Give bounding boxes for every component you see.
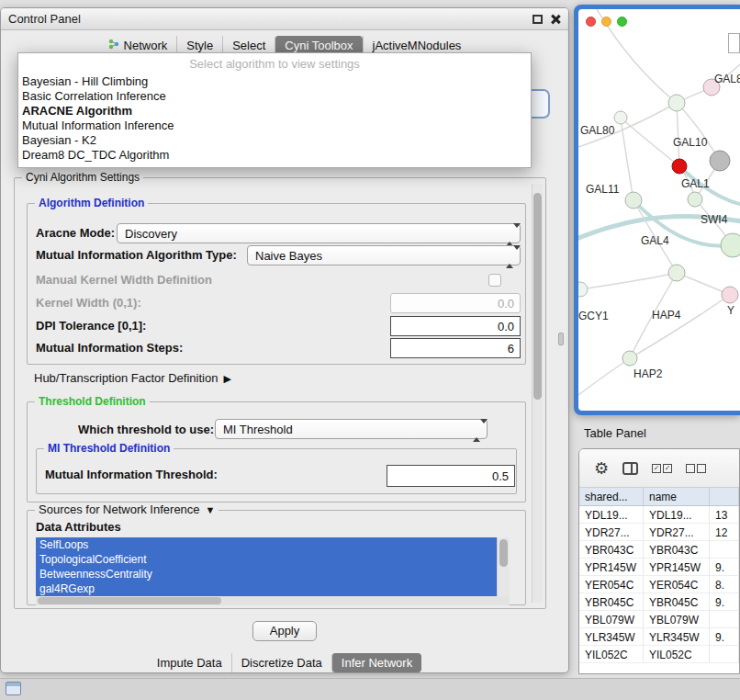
svg-text:HAP2: HAP2 [633, 367, 663, 380]
svg-text:GAL80: GAL80 [580, 124, 615, 137]
bottom-tab-discretize-data[interactable]: Discretize Data [231, 653, 331, 672]
svg-text:Y: Y [727, 304, 734, 317]
settings-scrollbar[interactable] [532, 184, 543, 603]
which-threshold-label: Which threshold to use: [78, 423, 214, 436]
attribute-item[interactable]: SelfLoops [36, 537, 497, 552]
apply-button[interactable]: Apply [252, 621, 317, 641]
table-panel-window: ⚙ ✓ ✓ shared...name YDL19...YDL19...13YD… [578, 448, 740, 674]
bottom-tab-bar: Impute DataDiscretize DataInfer Network [1, 651, 568, 673]
table-cell: YBL079W [644, 611, 710, 627]
table-header-row: shared...name [579, 488, 739, 506]
mi-type-select[interactable]: Naive Bayes [247, 245, 521, 265]
tab-label: Select [232, 39, 265, 52]
attribute-item[interactable]: gal4RGexp [36, 581, 497, 596]
table-cell: YDL19... [644, 506, 710, 523]
kernel-width-input[interactable]: 0.0 [390, 293, 521, 313]
tab-label: Style [186, 39, 213, 52]
algorithm-option[interactable]: Dream8 DC_TDC Algorithm [18, 148, 531, 163]
sources-group-toggle[interactable]: Sources for Network Inference▼ [35, 503, 219, 516]
minimized-panel-icon[interactable] [6, 682, 21, 695]
network-canvas[interactable]: GAL8GAL80GAL10GAL11GAL1SWI4GAL4GCY1HAP4Y… [578, 9, 740, 411]
close-icon[interactable] [550, 14, 561, 25]
table-row[interactable]: YIL052CYIL052C [579, 646, 739, 663]
algorithm-option[interactable]: ARACNE Algorithm [18, 104, 531, 119]
algorithm-option[interactable]: Mutual Information Inference [18, 119, 531, 133]
unselect-all-columns-icon[interactable] [686, 464, 706, 473]
table-cell: YDR27... [644, 524, 710, 540]
combo-arrows-icon [506, 228, 515, 241]
window-title: Control Panel [8, 12, 81, 26]
attribute-list-scrollbar-thumb[interactable] [499, 539, 508, 567]
svg-text:GAL1: GAL1 [681, 177, 710, 190]
mi-threshold-label: Mutual Information Threshold: [45, 468, 218, 481]
algorithm-option[interactable]: Basic Correlation Inference [18, 89, 531, 104]
bottom-tab-infer-network[interactable]: Infer Network [331, 653, 421, 672]
table-cell: YDL19... [579, 506, 644, 523]
aracne-mode-value: Discovery [125, 227, 177, 241]
svg-text:GAL10: GAL10 [673, 136, 708, 149]
mi-type-label: Mutual Information Algorithm Type: [36, 248, 237, 262]
table-row[interactable]: YBL079WYBL079W [579, 611, 739, 628]
aracne-mode-label: Aracne Mode: [36, 226, 115, 240]
table-cell: 12 [710, 524, 739, 540]
algorithm-option[interactable]: Bayesian - K2 [18, 133, 531, 148]
mi-type-value: Naive Bayes [255, 249, 322, 263]
control-panel-titlebar[interactable]: Control Panel [1, 8, 568, 30]
mi-steps-label: Mutual Information Steps: [36, 341, 183, 355]
manual-kernel-checkbox[interactable] [488, 274, 501, 287]
column-header[interactable]: name [644, 488, 710, 505]
column-header[interactable]: shared... [579, 488, 644, 505]
collapsed-arrow-icon: ▶ [223, 373, 230, 384]
float-window-icon[interactable] [533, 15, 543, 24]
zoom-traffic-light-icon[interactable] [617, 17, 627, 27]
attribute-list-scrollbar[interactable] [497, 537, 510, 596]
table-cell: YBR043C [579, 541, 644, 558]
table-row[interactable]: YDL19...YDL19...13 [579, 506, 739, 524]
table-row[interactable]: YPR145WYPR145W9. [579, 559, 739, 576]
table-row[interactable]: YDR27...YDR27...12 [579, 524, 739, 541]
kernel-width-value: 0.0 [498, 297, 514, 310]
close-traffic-light-icon[interactable] [586, 17, 596, 27]
algorithm-popup-list: Bayesian - Hill ClimbingBasic Correlatio… [18, 74, 531, 163]
attribute-list-hscrollbar[interactable] [36, 596, 510, 605]
checked-box-icon: ✓ [652, 464, 661, 473]
table-cell: YIL052C [579, 646, 644, 662]
column-header[interactable] [710, 488, 739, 505]
gear-icon[interactable]: ⚙ [594, 460, 609, 477]
hub-section-label: Hub/Transcription Factor Definition [34, 371, 218, 385]
attribute-item[interactable]: BetweennessCentrality [36, 567, 497, 581]
dpi-tolerance-input[interactable]: 0.0 [390, 316, 521, 336]
svg-text:GAL8: GAL8 [714, 73, 740, 85]
cyni-settings-group-title: Cyni Algorithm Settings [22, 171, 143, 184]
mi-threshold-value: 0.5 [492, 469, 509, 483]
attribute-list-hscrollbar-thumb[interactable] [38, 597, 221, 604]
mi-threshold-input[interactable]: 0.5 [387, 465, 515, 487]
select-all-columns-icon[interactable]: ✓ ✓ [652, 464, 672, 473]
attribute-list[interactable]: SelfLoopsTopologicalCoefficientBetweenne… [36, 537, 497, 596]
data-attributes-label: Data Attributes [36, 520, 121, 534]
which-threshold-select[interactable]: MI Threshold [215, 419, 488, 439]
attribute-item[interactable]: TopologicalCoefficient [36, 552, 497, 567]
svg-text:SWI4: SWI4 [701, 213, 728, 226]
svg-text:HAP4: HAP4 [652, 309, 681, 322]
aracne-mode-select[interactable]: Discovery [117, 223, 521, 243]
algorithm-option[interactable]: Bayesian - Hill Climbing [18, 74, 531, 89]
network-scrollbar-fragment[interactable] [728, 33, 740, 53]
table-cell: 8. [710, 576, 739, 593]
table-row[interactable]: YLR345WYLR345W9. [579, 628, 739, 646]
minimize-traffic-light-icon[interactable] [601, 17, 611, 27]
panel-resize-grip[interactable] [558, 333, 564, 345]
table-row[interactable]: YBR045CYBR045C9. [579, 593, 739, 611]
hub-section-toggle[interactable]: Hub/Transcription Factor Definition▶ [34, 371, 231, 385]
bottom-tab-impute-data[interactable]: Impute Data [148, 653, 231, 672]
network-canvas-container[interactable]: GAL8GAL80GAL10GAL11GAL1SWI4GAL4GCY1HAP4Y… [578, 9, 740, 411]
algorithm-popup: Select algorithm to view settings Bayesi… [17, 52, 532, 168]
settings-scrollbar-thumb[interactable] [533, 193, 542, 400]
mi-steps-input[interactable]: 6 [390, 338, 521, 358]
columns-icon[interactable] [622, 462, 638, 475]
table-row[interactable]: YER054CYER054C8. [579, 576, 739, 593]
table-row[interactable]: YBR043CYBR043C [579, 541, 739, 559]
window-controls [586, 17, 627, 27]
table-cell: YER054C [644, 576, 710, 593]
table-cell: YLR345W [579, 628, 644, 645]
